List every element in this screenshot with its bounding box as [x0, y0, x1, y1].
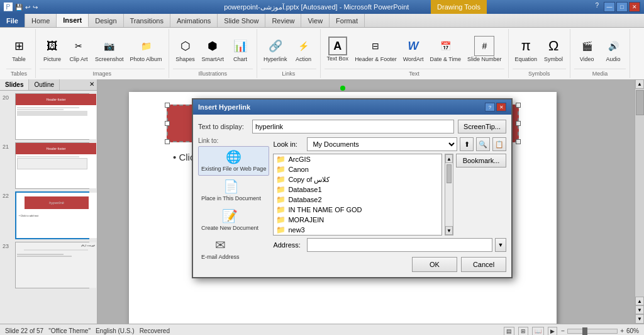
file-item-copyof[interactable]: 📁 Copy of کلاس [274, 174, 441, 185]
slide-number-label: Slide Number [467, 57, 502, 63]
tab-slideshow[interactable]: Slide Show [218, 14, 265, 27]
tab-view[interactable]: View [301, 14, 330, 27]
dialog-help-btn[interactable]: ? [485, 103, 495, 111]
photo-album-button[interactable]: 📁 Photo Album [128, 35, 165, 64]
smartart-button[interactable]: ⬢ SmartArt [199, 35, 227, 64]
clip-art-button[interactable]: ✂ Clip Art [66, 35, 91, 64]
picture-icon: 🖼 [42, 36, 62, 56]
zoom-slider[interactable] [567, 329, 618, 334]
slide-thumb-22[interactable]: hyperlink • Click to add text [15, 191, 89, 239]
equation-button[interactable]: π Equation [513, 35, 540, 64]
minimize-button[interactable]: — [604, 2, 615, 12]
slide-thumb-20[interactable]: Header-footer [15, 93, 89, 140]
file-item-inthenameof[interactable]: 📁 IN THE NAME OF GOD [274, 205, 441, 215]
existing-file-label: Existing File or Web Page [201, 166, 266, 173]
quick-access-redo[interactable]: ↪ [33, 4, 38, 11]
slide-thumb-container-20: 20 Header-footer [11, 93, 93, 140]
address-input[interactable] [307, 238, 492, 252]
slide-info: Slide 22 of 57 [5, 327, 43, 334]
tab-review[interactable]: Review [265, 14, 301, 27]
file-list-scrollbar[interactable]: ▲ ▼ [445, 154, 453, 236]
slide-thumb-21[interactable]: Header-footer [15, 142, 89, 189]
tab-transitions[interactable]: Transitions [124, 14, 170, 27]
file-item-new3[interactable]: 📁 new3 [274, 225, 441, 235]
quick-access-undo[interactable]: ↩ [25, 4, 30, 11]
tab-slides[interactable]: Slides [0, 79, 29, 90]
slides-panel-close[interactable]: ✕ [87, 79, 97, 90]
main-area: Slides Outline ✕ 20 Header-footer [0, 79, 644, 324]
textbox-button[interactable]: A Text Box [325, 35, 352, 64]
status-right: ▤ ⊞ 📖 ▶ − + 60% [504, 327, 639, 336]
slide-thumb-container-23: 23 فهرست ارقام [11, 242, 93, 288]
tab-animations[interactable]: Animations [170, 14, 218, 27]
file-item-canon[interactable]: 📁 Canon [274, 164, 441, 174]
nav-place-in-doc[interactable]: 📄 Place in This Document [198, 176, 264, 205]
file-item-morajein[interactable]: 📁 MORAJEIN [274, 215, 441, 225]
picture-button[interactable]: 🖼 Picture [40, 35, 65, 64]
symbol-button[interactable]: Ω Symbol [541, 35, 566, 64]
address-dropdown-btn[interactable]: ▼ [495, 238, 506, 252]
quick-access-save[interactable]: 💾 [15, 4, 23, 11]
view-normal-btn[interactable]: ▤ [504, 327, 514, 336]
zoom-in-btn[interactable]: + [620, 327, 624, 334]
cancel-button[interactable]: Cancel [461, 257, 506, 272]
screenshot-button[interactable]: 📷 Screenshot [92, 35, 126, 64]
shapes-button[interactable]: ⬡ Shapes [173, 35, 198, 64]
zoom-level[interactable]: 60% [626, 327, 639, 334]
dialog-close-btn[interactable]: ✕ [496, 103, 506, 111]
date-time-button[interactable]: 📅 Date & Time [428, 35, 464, 64]
help-button[interactable]: ? [595, 2, 599, 12]
slide-thumb-23[interactable]: فهرست ارقام [15, 242, 89, 288]
table-button[interactable]: ⊞ Table [6, 35, 31, 64]
hyperlink-button[interactable]: 🔗 Hyperlink [261, 35, 290, 64]
tab-format[interactable]: Format [330, 14, 365, 27]
scroll-up-btn[interactable]: ▲ [445, 154, 453, 163]
slide-number-button[interactable]: # Slide Number [465, 35, 504, 64]
zoom-out-btn[interactable]: − [561, 327, 565, 334]
file-item-db1[interactable]: 📁 Database1 [274, 185, 441, 195]
file-item-nozadan[interactable]: 📁 nozadan [274, 235, 441, 236]
file-list[interactable]: 📁 ArcGIS 📁 Canon 📁 Co [273, 154, 442, 236]
folder-icon-morajein: 📁 [276, 215, 286, 224]
tab-file[interactable]: File [0, 14, 25, 27]
main-scrollbar[interactable]: ▲ ▲ ▼ ▼ [635, 79, 644, 324]
symbols-buttons: π Equation Ω Symbol [513, 30, 567, 69]
chart-button[interactable]: 📊 Chart [228, 35, 253, 64]
scrollbar-down-btn[interactable]: ▼ [635, 314, 644, 324]
view-reading-btn[interactable]: 📖 [532, 327, 544, 336]
screentip-button[interactable]: ScreenTip... [458, 120, 506, 133]
lookin-view-btn[interactable]: 📋 [492, 137, 506, 151]
bookmark-button[interactable]: Bookmark... [456, 154, 506, 168]
ok-button[interactable]: OK [412, 257, 457, 272]
file-item-db2[interactable]: 📁 Database2 [274, 195, 441, 205]
audio-button[interactable]: 🔊 Audio [601, 35, 626, 64]
action-button[interactable]: ⚡ Action [291, 35, 316, 64]
tab-home[interactable]: Home [25, 14, 57, 27]
lookin-select[interactable]: My Documents [307, 137, 457, 151]
close-button[interactable]: ✕ [629, 2, 640, 12]
view-slide-sorter-btn[interactable]: ⊞ [518, 327, 528, 336]
video-button[interactable]: 🎬 Video [574, 35, 599, 64]
scroll-down-btn[interactable]: ▼ [445, 226, 453, 235]
scrollbar-next-slide-btn[interactable]: ▼ [635, 305, 644, 314]
text-to-display-input[interactable] [252, 120, 454, 133]
ribbon-group-links: 🔗 Hyperlink ⚡ Action Links [257, 29, 321, 78]
folder-icon-canon: 📁 [276, 165, 286, 174]
tab-insert[interactable]: Insert [57, 14, 89, 27]
nav-email-address[interactable]: ✉ E-mail Address [198, 234, 243, 264]
nav-create-new[interactable]: 📝 Create New Document [198, 205, 262, 235]
header-footer-button[interactable]: ⊟ Header & Footer [352, 35, 399, 64]
maximize-button[interactable]: □ [616, 2, 628, 12]
wordart-button[interactable]: W WordArt [401, 35, 426, 64]
scrollbar-prev-slide-btn[interactable]: ▲ [635, 297, 644, 305]
tab-outline[interactable]: Outline [29, 79, 60, 90]
view-slideshow-btn[interactable]: ▶ [548, 327, 557, 336]
file-name-arcgis: ArcGIS [288, 156, 310, 163]
lookin-up-btn[interactable]: ⬆ [460, 137, 474, 151]
wordart-icon: W [403, 36, 423, 56]
tab-design[interactable]: Design [89, 14, 123, 27]
scrollbar-up-btn[interactable]: ▲ [635, 79, 644, 89]
nav-existing-file[interactable]: 🌐 Existing File or Web Page [198, 146, 269, 176]
file-item-arcgis[interactable]: 📁 ArcGIS [274, 154, 441, 164]
lookin-search-btn[interactable]: 🔍 [476, 137, 490, 151]
